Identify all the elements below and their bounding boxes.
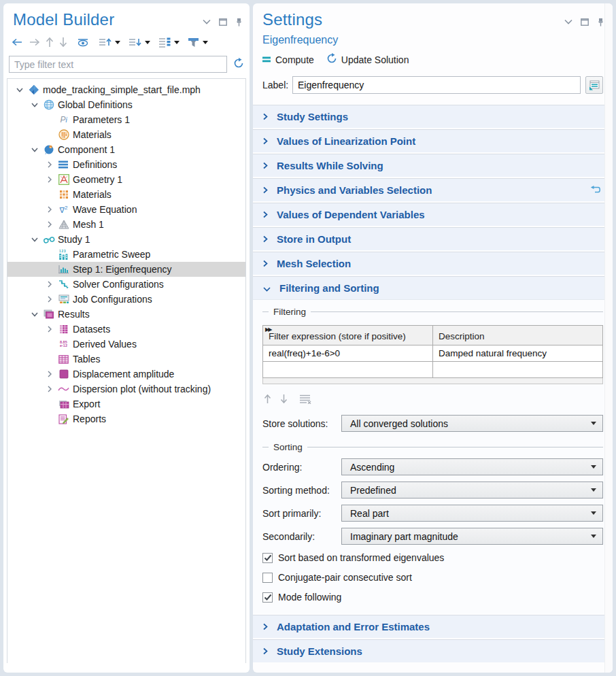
chevron-expanded-icon[interactable] [28, 103, 41, 107]
svg-text:123: 123 [59, 250, 67, 253]
tree-filter-input[interactable] [9, 56, 227, 73]
tree-item-eigenfrequency-step[interactable]: Step 1: Eigenfrequency [7, 262, 245, 277]
checkbox-checked[interactable] [262, 553, 273, 563]
forward-button[interactable] [27, 37, 41, 48]
tree-item-component[interactable]: a Component 1 [7, 142, 245, 157]
compute-button[interactable]: Compute [262, 54, 314, 65]
section-values-of-dependent-variables[interactable]: Values of Dependent Variables [253, 203, 613, 226]
chevron-collapsed-icon[interactable] [43, 386, 56, 392]
tree-item-mesh[interactable]: Mesh 1 [7, 217, 245, 232]
filtering-and-sorting-body: Filtering ▶▶ Filter expression (store if… [253, 299, 613, 613]
tree-item-reports[interactable]: Reports [7, 411, 245, 426]
model-tree-node-text-button[interactable] [157, 36, 181, 49]
filter-table-header-expression[interactable]: ▶▶ Filter expression (store if positive) [263, 326, 433, 345]
move-up-button[interactable] [44, 35, 55, 49]
tree-item-dispersion-plot[interactable]: Dispersion plot (without tracking) [7, 382, 245, 396]
store-solutions-select[interactable]: All converged solutions [341, 415, 603, 432]
checkbox-checked[interactable] [262, 592, 273, 603]
section-mesh-selection[interactable]: Mesh Selection [253, 252, 613, 275]
tree-item-materials-component[interactable]: Materials [7, 187, 245, 202]
tree-item-displacement-amplitude[interactable]: Displacement amplitude [7, 367, 245, 382]
tree-item-datasets[interactable]: Datasets [7, 322, 245, 337]
tree-item-wave-equation[interactable]: ∇2 Wave Equation [7, 202, 245, 217]
tree-item-global-definitions[interactable]: Global Definitions [7, 97, 245, 112]
filter-expression-cell[interactable]: real(freq)+1e-6>0 [263, 345, 433, 362]
chevron-collapsed-icon [263, 234, 268, 245]
update-solution-button[interactable]: Update Solution [326, 53, 409, 66]
chevron-collapsed-icon[interactable] [43, 296, 56, 303]
sort-primarily-select[interactable]: Real part [341, 505, 603, 522]
tree-item-parametric-sweep[interactable]: 123 Parametric Sweep [7, 247, 245, 262]
expand-caret-icon[interactable] [145, 41, 150, 44]
tree-item-model-file[interactable]: mode_tracking_simple_start_file.mph [7, 82, 245, 97]
secondarily-select[interactable]: Imaginary part magnitude [341, 528, 603, 545]
tree-item-job-configurations[interactable]: Job Configurations [7, 292, 245, 307]
tree-item-geometry[interactable]: Geometry 1 [7, 172, 245, 187]
section-study-settings[interactable]: Study Settings [253, 105, 613, 128]
sorting-method-select[interactable]: Predefined [341, 481, 603, 498]
tree-item-tables[interactable]: Tables [7, 352, 245, 367]
tree-item-parameters[interactable]: Pi Parameters 1 [7, 112, 245, 127]
filter-description-cell[interactable] [433, 362, 603, 378]
chevron-collapsed-icon[interactable] [43, 281, 56, 288]
reset-section-icon[interactable] [590, 185, 602, 196]
chevron-collapsed-icon[interactable] [43, 326, 56, 333]
collapse-caret-icon[interactable] [115, 41, 120, 44]
tree-item-study[interactable]: Study 1 [7, 232, 245, 247]
refresh-icon[interactable] [233, 58, 244, 71]
section-study-extensions[interactable]: Study Extensions [253, 639, 613, 662]
node-text-caret-icon[interactable] [174, 41, 179, 44]
tree-item-solver-configurations[interactable]: Solver Configurations [7, 277, 245, 292]
back-button[interactable] [10, 37, 24, 48]
chevron-collapsed-icon[interactable] [43, 221, 56, 228]
rename-node-button[interactable] [585, 76, 603, 94]
filter-funnel-button[interactable] [186, 36, 209, 49]
tree-item-derived-values[interactable]: 8.85e-12 Derived Values [7, 337, 245, 352]
move-row-down-button[interactable] [280, 394, 288, 406]
pin-icon[interactable] [235, 18, 243, 27]
panel-menu-chevron-icon[interactable] [564, 19, 572, 24]
chevron-expanded-icon[interactable] [28, 237, 41, 242]
datasets-icon [56, 324, 71, 334]
filter-table-row-empty[interactable] [263, 362, 603, 378]
chevron-collapsed-icon[interactable] [43, 206, 56, 213]
tree-item-materials-global[interactable]: Materials [7, 127, 245, 142]
tree-item-label: Global Definitions [58, 99, 133, 110]
delete-row-button[interactable] [299, 394, 311, 406]
move-row-up-button[interactable] [264, 394, 271, 406]
label-input[interactable] [292, 76, 581, 94]
filter-expression-cell[interactable] [263, 362, 433, 378]
section-results-while-solving[interactable]: Results While Solving [253, 154, 613, 177]
move-down-button[interactable] [58, 35, 69, 49]
filter-description-cell[interactable]: Damped natural frequency [433, 345, 603, 362]
float-window-icon[interactable] [581, 18, 589, 26]
chevron-expanded-icon[interactable] [28, 148, 41, 152]
section-store-in-output[interactable]: Store in Output [253, 227, 613, 250]
section-values-of-linearization-point[interactable]: Values of Linearization Point [253, 129, 613, 152]
table-horizontal-scrollbar[interactable] [262, 378, 603, 384]
collapse-all-button[interactable] [97, 36, 122, 48]
filter-table-header-description[interactable]: Description [433, 326, 603, 345]
filter-caret-icon[interactable] [203, 41, 208, 44]
panel-menu-chevron-icon[interactable] [203, 19, 211, 24]
tree-item-results[interactable]: Results [7, 307, 245, 322]
float-window-icon[interactable] [219, 18, 227, 26]
ordering-select[interactable]: Ascending [341, 458, 603, 475]
checkbox-unchecked[interactable] [262, 573, 273, 583]
settings-scrollbar[interactable] [604, 3, 613, 673]
tree-item-export[interactable]: Export [7, 396, 245, 411]
chevron-expanded-icon[interactable] [13, 88, 26, 92]
expand-all-button[interactable] [127, 36, 152, 48]
section-adaptation-and-error-estimates[interactable]: Adaptation and Error Estimates [253, 615, 613, 638]
section-physics-and-variables-selection[interactable]: Physics and Variables Selection [253, 178, 613, 201]
chevron-collapsed-icon[interactable] [43, 176, 56, 183]
show-eye-button[interactable] [75, 37, 90, 48]
chevron-collapsed-icon[interactable] [43, 161, 56, 168]
tree-item-definitions[interactable]: Definitions [7, 157, 245, 172]
filter-table-row[interactable]: real(freq)+1e-6>0 Damped natural frequen… [263, 345, 603, 362]
section-filtering-and-sorting[interactable]: Filtering and Sorting [253, 276, 613, 299]
chevron-collapsed-icon[interactable] [43, 371, 56, 377]
chevron-expanded-icon[interactable] [28, 312, 41, 317]
pin-icon[interactable] [597, 18, 604, 27]
parametric-sweep-icon: 123 [56, 250, 71, 260]
